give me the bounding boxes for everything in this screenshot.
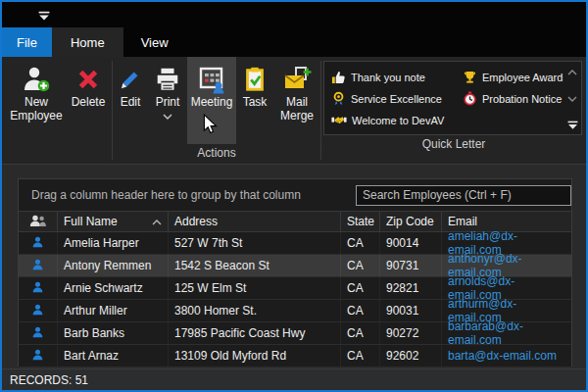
- search-employees-input[interactable]: [356, 185, 571, 206]
- delete-icon: [74, 64, 102, 95]
- email-link[interactable]: barbarab@dx-email.com: [448, 319, 565, 347]
- app-window: File Home View New Employee Delete: [0, 0, 588, 392]
- alarm-clock-icon: [463, 91, 477, 108]
- gallery-item-service-excellence[interactable]: Service Excellence: [331, 91, 463, 108]
- header-row-indicator: [19, 212, 58, 231]
- gallery-scroll-up-icon[interactable]: [566, 68, 578, 77]
- new-employee-label: New: [24, 96, 48, 109]
- print-label: Print: [156, 96, 180, 109]
- gallery-item-label: Service Excellence: [351, 93, 442, 105]
- actions-group-label: Actions: [113, 144, 320, 164]
- column-header-email[interactable]: Email: [442, 212, 571, 231]
- print-button[interactable]: Print: [148, 57, 187, 144]
- person-icon: [31, 258, 44, 274]
- column-header-zip-code[interactable]: Zip Code: [380, 212, 442, 231]
- gallery-item-welcome-to-devav[interactable]: Welcome to DevAV: [331, 114, 463, 127]
- column-header-address[interactable]: Address: [169, 212, 341, 231]
- ribbon-group-records: New Employee Delete: [2, 57, 112, 164]
- table-row[interactable]: Bart Arnaz 13109 Old Myford Rd CA 92602 …: [19, 345, 571, 368]
- print-icon: [154, 64, 181, 95]
- quick-letter-gallery: Thank you note Employee Award Service Ex…: [323, 61, 582, 135]
- gallery-item-label: Employee Award: [482, 72, 563, 83]
- medal-icon: [331, 91, 346, 108]
- edit-button[interactable]: Edit: [113, 57, 148, 144]
- gallery-scroll-strip: [564, 62, 581, 134]
- gallery-item-label: Probation Notice: [482, 93, 562, 105]
- group-by-hint-text: Drag a column header here to group by th…: [31, 188, 356, 202]
- email-link[interactable]: barta@dx-email.com: [448, 349, 557, 363]
- new-employee-icon: [22, 64, 51, 95]
- table-row[interactable]: Barb Banks 17985 Pacific Coast Hwy CA 90…: [19, 322, 571, 345]
- thumbs-up-icon: [331, 70, 346, 86]
- gallery-item-label: Welcome to DevAV: [352, 115, 444, 126]
- quick-access-toolbar-dropdown-icon[interactable]: [37, 10, 51, 22]
- ribbon-tab-row: File Home View: [2, 27, 586, 57]
- delete-button[interactable]: Delete: [65, 57, 112, 144]
- trophy-icon: [463, 70, 477, 86]
- person-icon: [31, 325, 44, 342]
- group-by-panel[interactable]: Drag a column header here to group by th…: [19, 179, 571, 211]
- tab-file[interactable]: File: [2, 27, 52, 57]
- edit-label: Edit: [121, 96, 141, 109]
- tab-home[interactable]: Home: [52, 27, 123, 57]
- ribbon-group-actions: Edit Print Meeting: [113, 57, 320, 164]
- status-bar: RECORDS: 51: [2, 368, 586, 390]
- edit-pencil-icon: [117, 64, 144, 95]
- task-label: Task: [243, 96, 268, 109]
- gallery-dropdown-icon[interactable]: [566, 120, 578, 129]
- records-group-label: [8, 144, 112, 164]
- person-icon: [31, 303, 44, 319]
- sort-ascending-icon: [152, 215, 162, 228]
- gallery-scroll-down-icon[interactable]: [566, 94, 578, 104]
- ribbon-group-quick-letter: Thank you note Employee Award Service Ex…: [321, 57, 586, 164]
- quick-letter-group-label: Quick Letter: [321, 135, 586, 155]
- gallery-item-thank-you-note[interactable]: Thank you note: [331, 70, 463, 86]
- meeting-calendar-icon: [197, 64, 226, 95]
- delete-label: Delete: [72, 96, 106, 109]
- column-header-state[interactable]: State: [341, 212, 380, 231]
- tab-view[interactable]: View: [123, 27, 186, 57]
- gallery-item-probation-notice[interactable]: Probation Notice: [463, 91, 564, 108]
- person-icon: [31, 235, 44, 252]
- ribbon: New Employee Delete Edit: [2, 57, 586, 165]
- new-employee-button[interactable]: New Employee: [8, 57, 65, 144]
- records-count: RECORDS: 51: [10, 373, 88, 387]
- column-header-full-name[interactable]: Full Name: [58, 212, 169, 231]
- print-dropdown-icon[interactable]: [163, 110, 172, 122]
- mail-merge-button[interactable]: Mail Merge: [273, 57, 320, 144]
- title-bar: [2, 2, 586, 27]
- people-icon: [29, 214, 46, 230]
- mouse-cursor: [203, 114, 219, 139]
- person-icon: [31, 348, 44, 365]
- gallery-item-label: Thank you note: [351, 72, 425, 83]
- meeting-label: Meeting: [191, 96, 233, 109]
- mail-merge-envelope-icon: [282, 64, 312, 95]
- employees-grid: Drag a column header here to group by th…: [18, 178, 572, 367]
- gallery-item-employee-award[interactable]: Employee Award: [463, 70, 564, 86]
- handshake-icon: [331, 114, 347, 127]
- mail-merge-label: Mail: [286, 96, 308, 109]
- content-area: Drag a column header here to group by th…: [2, 165, 586, 368]
- task-button[interactable]: Task: [236, 57, 273, 144]
- person-icon: [31, 280, 44, 297]
- task-clipboard-icon: [241, 64, 269, 95]
